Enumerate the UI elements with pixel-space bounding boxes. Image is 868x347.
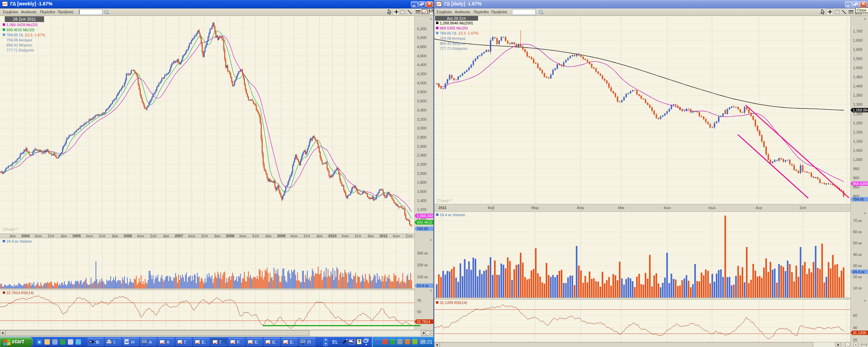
svg-text:Ιουν: Ιουν bbox=[188, 234, 195, 238]
svg-text:1,600: 1,600 bbox=[853, 47, 863, 52]
svg-text:4,600: 4,600 bbox=[417, 54, 427, 58]
svg-text:2004: 2004 bbox=[21, 234, 30, 238]
svg-text:794.08 Ανοιγμα: 794.08 Ανοιγμα bbox=[6, 38, 32, 42]
svg-text:+: + bbox=[431, 331, 433, 335]
svg-text:20 εκ: 20 εκ bbox=[853, 275, 862, 279]
svg-text:Δεκ: Δεκ bbox=[317, 234, 323, 238]
svg-text:1,550: 1,550 bbox=[853, 57, 863, 61]
svg-text:5,000: 5,000 bbox=[417, 36, 427, 40]
svg-text:31.1205 RSI(14): 31.1205 RSI(14) bbox=[440, 301, 467, 305]
svg-text:2,000: 2,000 bbox=[417, 171, 427, 176]
svg-text:W: W bbox=[125, 340, 129, 344]
svg-text:Ιουν: Ιουν bbox=[342, 234, 349, 238]
svg-text:868.5355: 868.5355 bbox=[853, 182, 868, 186]
svg-text:3,200: 3,200 bbox=[417, 117, 427, 121]
svg-text:26 Σεπ 2011: 26 Σεπ 2011 bbox=[13, 17, 36, 22]
svg-text:Ιουν: Ιουν bbox=[86, 234, 93, 238]
svg-text:806.42 Μέγιστο: 806.42 Μέγιστο bbox=[440, 41, 466, 45]
svg-text:24.4 εκ Volume: 24.4 εκ Volume bbox=[6, 239, 32, 243]
svg-text:1,050: 1,050 bbox=[853, 148, 863, 152]
svg-text:784.65: 784.65 bbox=[417, 227, 428, 231]
svg-text:300 εκ: 300 εκ bbox=[417, 251, 428, 255]
svg-text:2010: 2010 bbox=[328, 234, 336, 238]
svg-text:930.4615 Με(10): 930.4615 Με(10) bbox=[6, 28, 35, 32]
svg-text:1,150: 1,150 bbox=[853, 130, 863, 134]
svg-text:ZTrade™: ZTrade™ bbox=[3, 227, 19, 231]
svg-text:1,000: 1,000 bbox=[853, 158, 863, 162]
svg-text:1,800: 1,800 bbox=[417, 180, 427, 184]
svg-text:868.5355 Με(20): 868.5355 Με(20) bbox=[440, 26, 468, 30]
svg-text:×: × bbox=[430, 238, 432, 242]
svg-text:1,450: 1,450 bbox=[853, 75, 863, 79]
svg-text:806.42 Μέγιστο: 806.42 Μέγιστο bbox=[6, 43, 32, 47]
svg-text:3,600: 3,600 bbox=[417, 99, 427, 103]
svg-text:2,200: 2,200 bbox=[417, 162, 427, 166]
svg-text:Ιουν: Ιουν bbox=[393, 234, 400, 238]
svg-text:24.4 εκ: 24.4 εκ bbox=[417, 284, 429, 288]
svg-text:4,400: 4,400 bbox=[417, 63, 427, 67]
svg-text:1,500: 1,500 bbox=[853, 66, 863, 70]
svg-text:Αυγ: Αυγ bbox=[756, 206, 762, 210]
svg-text:4,800: 4,800 bbox=[417, 45, 427, 49]
svg-text:ZTrade™: ZTrade™ bbox=[437, 199, 453, 203]
svg-text:1,600: 1,600 bbox=[417, 189, 427, 193]
svg-text:Δευ 26 Σεπ: Δευ 26 Σεπ bbox=[447, 16, 466, 20]
svg-text:60: 60 bbox=[853, 313, 857, 318]
svg-text:Δεκ: Δεκ bbox=[112, 234, 118, 238]
svg-text:1,650: 1,650 bbox=[853, 38, 863, 42]
svg-text:5,200: 5,200 bbox=[417, 27, 427, 31]
svg-text:Φεβ: Φεβ bbox=[488, 206, 494, 210]
svg-text:Ιουν: Ιουν bbox=[239, 234, 246, 238]
svg-text:1,200: 1,200 bbox=[853, 121, 863, 125]
svg-text:75: 75 bbox=[417, 299, 421, 303]
svg-text:2005: 2005 bbox=[73, 234, 81, 238]
svg-text:Σεπ: Σεπ bbox=[355, 234, 361, 238]
svg-text:Ιουλ: Ιουλ bbox=[709, 206, 716, 210]
svg-text:20: 20 bbox=[853, 338, 857, 342]
svg-text:31.1205: 31.1205 bbox=[853, 331, 866, 335]
svg-text:Σεπ: Σεπ bbox=[150, 234, 157, 238]
svg-text:×: × bbox=[864, 299, 866, 303]
svg-text:10 εκ: 10 εκ bbox=[853, 286, 862, 290]
svg-text:×: × bbox=[864, 211, 866, 215]
svg-text:930.4615: 930.4615 bbox=[417, 220, 432, 224]
svg-text:784.65 ΓΔ -13.3 -1.67%: 784.65 ΓΔ -13.3 -1.67% bbox=[440, 31, 479, 35]
svg-text:1,066.342: 1,066.342 bbox=[417, 214, 433, 218]
svg-text:777.71 Ελάχιστο: 777.71 Ελάχιστο bbox=[6, 48, 34, 52]
svg-text:2007: 2007 bbox=[175, 234, 183, 238]
svg-text:22.7814: 22.7814 bbox=[417, 320, 430, 324]
svg-text:1,268.864: 1,268.864 bbox=[853, 108, 868, 112]
svg-text:Μαρ: Μαρ bbox=[531, 206, 539, 210]
svg-text:1,268.8646 Με(200): 1,268.8646 Με(200) bbox=[440, 21, 473, 25]
svg-text:Ιουν: Ιουν bbox=[291, 234, 298, 238]
svg-text:60 εκ: 60 εκ bbox=[853, 230, 862, 234]
svg-text:24.4 εκ Volume: 24.4 εκ Volume bbox=[440, 213, 465, 217]
svg-text:70 εκ: 70 εκ bbox=[853, 219, 862, 223]
svg-text:Δεκ: Δεκ bbox=[265, 234, 272, 238]
svg-text:777.71 Ελάχιστο: 777.71 Ελάχιστο bbox=[440, 46, 467, 50]
svg-text:2009: 2009 bbox=[277, 234, 285, 238]
svg-text:Δεκ: Δεκ bbox=[368, 234, 374, 238]
svg-text:Σεπ: Σεπ bbox=[48, 234, 55, 238]
svg-text:1,700: 1,700 bbox=[853, 29, 863, 33]
svg-text:1,400: 1,400 bbox=[853, 84, 863, 88]
svg-text:Σεπ: Σεπ bbox=[252, 234, 259, 238]
svg-text:Σεπ: Σεπ bbox=[406, 234, 413, 238]
svg-text:Ιουν: Ιουν bbox=[137, 234, 144, 238]
svg-text:Δεκ: Δεκ bbox=[10, 234, 16, 238]
svg-text:784.65: 784.65 bbox=[853, 197, 864, 201]
svg-text:784.65 ΓΔ -13.3 -1.67%: 784.65 ΓΔ -13.3 -1.67% bbox=[6, 33, 45, 37]
svg-text:200 εκ: 200 εκ bbox=[417, 263, 428, 267]
svg-text:2,400: 2,400 bbox=[417, 153, 427, 157]
svg-text:×: × bbox=[430, 17, 432, 21]
svg-text:4,000: 4,000 bbox=[417, 81, 427, 85]
svg-text:50: 50 bbox=[417, 310, 421, 314]
svg-text:40 εκ: 40 εκ bbox=[853, 252, 862, 257]
svg-text:Σεπ: Σεπ bbox=[800, 206, 806, 210]
svg-text:1,400: 1,400 bbox=[417, 199, 427, 203]
svg-text:1,200: 1,200 bbox=[417, 207, 427, 211]
svg-text:22.7814 RSI(14): 22.7814 RSI(14) bbox=[6, 291, 34, 295]
svg-text:1,100: 1,100 bbox=[853, 139, 863, 143]
svg-text:Απρ: Απρ bbox=[577, 206, 584, 210]
svg-text:1,350: 1,350 bbox=[853, 93, 863, 97]
